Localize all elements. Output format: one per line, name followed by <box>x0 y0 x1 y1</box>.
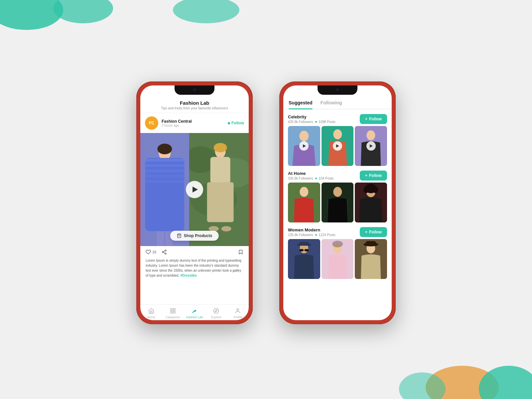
follow-button[interactable]: Follow <box>228 121 244 125</box>
svg-rect-53 <box>299 249 303 251</box>
share-icon <box>162 249 167 255</box>
section-athome-header: At Home 335.8k Followers 104 Posts + Fol… <box>288 171 387 181</box>
page-subtitle: Tips and tricks from your favourite infl… <box>146 106 243 110</box>
tab-suggested[interactable]: Suggested <box>289 100 313 109</box>
meta-dot <box>315 121 317 123</box>
svg-point-61 <box>332 241 343 247</box>
svg-rect-9 <box>157 231 164 246</box>
women-image-2 <box>322 239 354 279</box>
svg-point-38 <box>333 129 342 139</box>
bookmark-button[interactable] <box>238 249 243 255</box>
play-button[interactable] <box>186 181 203 198</box>
section-athome: At Home 335.8k Followers 104 Posts + Fol… <box>288 171 387 222</box>
phone-1-notch <box>175 85 214 95</box>
section-women-info: Women Modern 135.8k Followers 1224 Posts <box>288 227 360 237</box>
svg-rect-17 <box>207 182 233 222</box>
nav-item-explore[interactable]: Explore <box>205 307 227 319</box>
play-icon <box>303 144 306 148</box>
section-celebrity-meta: 435.8k Followers 1098 Posts <box>288 120 360 124</box>
women-image-1 <box>288 239 320 279</box>
svg-line-26 <box>164 251 165 252</box>
phone-1-camera <box>193 88 196 91</box>
post-actions: 15 <box>140 246 249 258</box>
athome-images <box>288 183 387 222</box>
nav-item-home[interactable]: Home <box>140 307 162 319</box>
phones-wrapper: Fashion Lab Tips and tricks from your fa… <box>0 0 532 399</box>
follow-celebrity-button[interactable]: + Follow <box>360 114 387 124</box>
follow-women-button[interactable]: + Follow <box>360 227 387 237</box>
svg-rect-27 <box>171 309 172 310</box>
svg-rect-30 <box>173 312 175 313</box>
meta-dot <box>315 234 317 236</box>
shop-products-button[interactable]: Shop Products <box>170 231 219 241</box>
scroll-area: Celebrity 435.8k Followers 1098 Posts + … <box>283 109 392 320</box>
nav-item-categories[interactable]: Categories <box>162 307 184 319</box>
celebrity-images <box>288 126 387 166</box>
heart-icon <box>146 249 151 255</box>
section-celebrity-header: Celebrity 435.8k Followers 1098 Posts + … <box>288 114 387 124</box>
user-time: 3 hours ago <box>162 124 224 127</box>
follow-athome-button[interactable]: + Follow <box>360 171 387 181</box>
play-button-2[interactable] <box>333 141 342 151</box>
grid-icon <box>169 307 177 315</box>
section-celebrity: Celebrity 435.8k Followers 1098 Posts + … <box>288 114 387 166</box>
media-left <box>140 133 189 246</box>
celebrity-image-2 <box>322 126 354 166</box>
nav-item-fashionlab[interactable]: Fashion Lab <box>184 307 205 319</box>
play-button-3[interactable] <box>366 141 376 151</box>
svg-point-50 <box>373 187 378 193</box>
phone-2: Suggested Following Celebrity <box>279 81 396 324</box>
play-icon <box>336 144 339 148</box>
user-name: Fashion Central <box>162 119 224 124</box>
bottom-nav: Home Categories <box>140 304 249 320</box>
svg-point-36 <box>299 131 309 141</box>
user-info: Fashion Central 3 hours ago <box>162 119 224 127</box>
play-button-1[interactable] <box>299 141 309 151</box>
section-athome-info: At Home 335.8k Followers 104 Posts <box>288 171 360 180</box>
bag-icon <box>177 233 182 238</box>
hashtag[interactable]: #Dresslike <box>180 274 197 277</box>
post-caption: Lorem Ipsum is simply dummy text of the … <box>140 258 249 281</box>
section-athome-title: At Home <box>288 171 360 176</box>
svg-rect-54 <box>305 249 309 251</box>
leaf-icon <box>191 307 198 315</box>
svg-rect-29 <box>171 312 172 313</box>
phone-1: Fashion Lab Tips and tricks from your fa… <box>136 81 253 324</box>
section-celebrity-info: Celebrity 435.8k Followers 1098 Posts <box>288 114 360 124</box>
section-women-meta: 135.8k Followers 1224 Posts <box>288 233 360 237</box>
svg-point-8 <box>157 144 172 154</box>
nav-item-profile[interactable]: Profile <box>227 307 249 319</box>
svg-rect-4 <box>144 164 185 167</box>
women-image-3 <box>355 239 387 279</box>
figure-blue-coat <box>140 133 189 246</box>
play-icon <box>370 144 373 148</box>
tabs: Suggested Following <box>283 95 392 109</box>
compass-icon <box>212 307 220 315</box>
like-button[interactable]: 15 <box>146 249 156 255</box>
tab-following[interactable]: Following <box>321 100 342 109</box>
svg-point-40 <box>367 130 375 140</box>
bookmark-icon <box>238 249 243 255</box>
share-button[interactable] <box>162 249 167 255</box>
phone1-content: Fashion Lab Tips and tricks from your fa… <box>140 85 249 320</box>
celebrity-image-3 <box>355 126 387 166</box>
svg-line-25 <box>164 252 165 253</box>
svg-rect-6 <box>144 175 185 178</box>
athome-image-1 <box>288 183 320 222</box>
svg-rect-28 <box>173 309 175 310</box>
svg-point-20 <box>213 143 227 152</box>
section-athome-meta: 335.8k Followers 104 Posts <box>288 177 360 180</box>
svg-point-34 <box>237 309 239 311</box>
athome-image-2 <box>322 183 354 222</box>
page-title: Fashion Lab <box>146 100 243 106</box>
play-icon <box>193 187 198 193</box>
p1-header: Fashion Lab Tips and tricks from your fa… <box>140 95 249 113</box>
svg-rect-16 <box>210 157 230 184</box>
home-icon <box>148 307 155 315</box>
section-women-header: Women Modern 135.8k Followers 1224 Posts… <box>288 227 387 237</box>
svg-point-42 <box>300 187 308 197</box>
phone2-content: Suggested Following Celebrity <box>283 85 392 320</box>
user-row: FC Fashion Central 3 hours ago Follow <box>140 113 249 133</box>
svg-point-24 <box>165 253 166 254</box>
svg-rect-57 <box>299 242 309 246</box>
